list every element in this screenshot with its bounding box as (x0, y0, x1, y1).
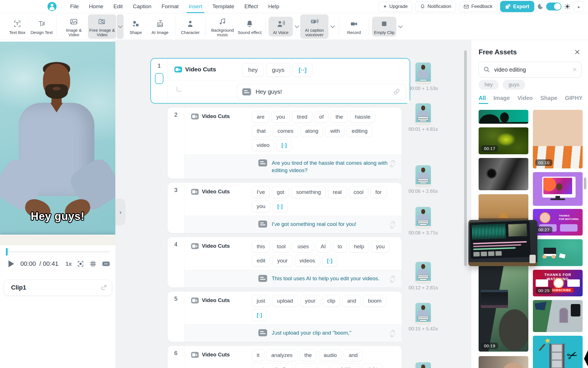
word-chip[interactable]: the (331, 111, 348, 123)
asset-tile-teal-workspace-illustration[interactable] (533, 239, 583, 266)
snapshot-icon[interactable] (77, 260, 84, 268)
asset-tile-silhouette-workstation[interactable] (479, 110, 528, 124)
thumbnail-image[interactable] (416, 362, 431, 368)
toolbar-item-text-box[interactable]: Text Box (5, 17, 29, 37)
word-chip[interactable]: with (325, 125, 345, 137)
menu-item-format[interactable]: Format (162, 0, 179, 13)
unlink-icon[interactable] (389, 221, 396, 228)
caption-text[interactable]: I've got something real cool for you! (272, 221, 356, 228)
word-chip[interactable]: hey (242, 63, 264, 77)
segment-thumbnail-7[interactable] (406, 362, 440, 368)
tab-shape[interactable]: Shape (540, 95, 557, 104)
assets-search-input[interactable] (494, 66, 572, 73)
word-chip[interactable]: editing (347, 125, 372, 137)
segment-card-4[interactable]: 4Video CutsthistoolusesAItohelpyouedityo… (167, 237, 402, 288)
toolbar-item-empty-clip[interactable]: Empty Clip (372, 17, 396, 37)
word-chip[interactable]: of (314, 111, 328, 123)
word-chip[interactable]: tool (272, 241, 291, 253)
caption-input[interactable]: Hey guys! (237, 84, 406, 100)
tab-giphy[interactable]: GIPHY (565, 95, 583, 104)
pause-chip[interactable]: [·] (276, 139, 291, 151)
chevron-down-icon[interactable] (397, 17, 404, 37)
playback-speed[interactable]: 1x (66, 261, 72, 267)
clip-card[interactable]: Clip1 (4, 280, 112, 296)
menu-item-help[interactable]: Help (268, 0, 279, 13)
word-chip[interactable]: just (252, 295, 270, 307)
pause-chip[interactable]: [·] (322, 255, 337, 267)
word-chip[interactable]: along (301, 125, 323, 137)
word-chip[interactable]: your (273, 255, 293, 267)
word-chip[interactable]: right (362, 363, 382, 368)
collapse-toolbar-button[interactable]: ▲ (573, 1, 584, 12)
word-chip[interactable]: clip (323, 295, 340, 307)
segment-caption-row[interactable]: I've got something real cool for you! (184, 216, 402, 233)
segment-thumbnail-4[interactable]: 00:08 + 3.71s (406, 207, 440, 236)
segment-card-5[interactable]: 5Video Cutsjustuploadyourclipandboom[·]J… (167, 291, 402, 342)
word-chip[interactable]: comes (273, 125, 298, 137)
thumbnail-image[interactable] (416, 303, 431, 324)
playhead[interactable] (6, 248, 8, 256)
caption-text[interactable]: Just upload your clip and "boom," (272, 329, 351, 337)
toolbar-item-free-image-video[interactable]: Free Image & Video (88, 14, 116, 39)
asset-tile-beach-towel[interactable]: 00:10 (533, 110, 583, 168)
asset-tile-tablet-hands[interactable] (479, 356, 528, 368)
thumbnail-image[interactable] (416, 63, 431, 84)
word-chip[interactable]: I've (252, 186, 270, 198)
word-chip[interactable]: real (328, 186, 347, 198)
word-chip[interactable]: audio (319, 349, 342, 361)
segment-checkbox[interactable] (155, 73, 163, 84)
word-chip[interactable]: videos (295, 255, 320, 267)
unlink-icon[interactable] (389, 275, 396, 283)
word-chip[interactable]: generates (295, 363, 329, 368)
notification-button[interactable]: Notification (415, 1, 456, 12)
word-chip[interactable]: the (300, 349, 317, 361)
assets-scrollbar[interactable] (584, 177, 586, 189)
asset-tile-greenscreen-studio[interactable] (533, 300, 583, 332)
assets-search-box[interactable] (479, 62, 581, 78)
asset-tile-camera-closeup[interactable] (479, 158, 528, 190)
video-preview[interactable]: Hey guys! (0, 42, 115, 245)
word-chip[interactable]: video (252, 139, 274, 151)
word-chip[interactable]: analyzes (267, 349, 297, 361)
segment-card-6[interactable]: 6Video Cutsitanalyzestheaudioandautomati… (167, 346, 402, 368)
word-chip[interactable]: AI (316, 241, 330, 253)
segment-thumbnail-1[interactable]: 00:00 + 1.53s (406, 63, 440, 91)
segment-caption-row[interactable]: Just upload your clip and "boom," (184, 324, 402, 342)
aspect-ratio-icon[interactable] (102, 260, 110, 268)
avatar[interactable] (47, 2, 57, 11)
menu-item-insert[interactable]: Insert (189, 0, 202, 13)
word-chip[interactable]: and (344, 349, 362, 361)
word-chip[interactable]: you (371, 241, 390, 253)
chevron-down-icon[interactable] (293, 17, 300, 37)
chevron-down-icon[interactable] (329, 14, 336, 39)
word-chip[interactable]: upload (272, 295, 298, 307)
menu-item-caption[interactable]: Caption (133, 0, 152, 13)
segment-thumbnail-2[interactable]: 00:01 + 4.81s (406, 103, 440, 132)
toolbar-item-record[interactable]: Record (342, 17, 366, 37)
word-chip[interactable]: this (252, 241, 270, 253)
word-chip[interactable]: and (342, 295, 361, 307)
asset-tile-thanks-watching-red[interactable]: THANKS FOR WATCHINGSUBSCRIBE00:25 (533, 270, 583, 296)
toolbar-item-ai-voice[interactable]: AI Voice (269, 17, 293, 37)
link-icon[interactable] (393, 88, 400, 95)
segment-thumbnail-6[interactable]: 00:15 + 5.42s (406, 303, 440, 332)
asset-tile-fractal-abstract[interactable]: 00:17 (479, 127, 528, 154)
progress-bar[interactable] (7, 251, 110, 252)
segment-thumbnail-3[interactable]: 00:06 + 2.65s (406, 165, 440, 194)
asset-tile-influencer-monitor[interactable] (533, 172, 583, 206)
menu-item-home[interactable]: Home (89, 0, 103, 13)
subscribe-button[interactable]: SUBSCRIBE (549, 288, 573, 292)
unlink-icon[interactable] (389, 329, 396, 337)
word-chip[interactable]: boom (363, 295, 386, 307)
word-chip[interactable]: hassle (350, 111, 375, 123)
word-chip[interactable]: edit (252, 255, 270, 267)
segment-caption-row[interactable]: This tool uses AI to help you edit your … (184, 270, 402, 287)
segment-card-1[interactable]: 1Video Cutsheyguys[··]Hey guys! (150, 58, 410, 104)
word-chip[interactable]: it (252, 349, 264, 361)
toolbar-item-character[interactable]: Character (178, 17, 202, 37)
toolbar-item-background-music[interactable]: Background music (208, 14, 237, 39)
segment-caption-row[interactable]: Are you tired of the hassle that comes a… (184, 155, 402, 179)
tab-video[interactable]: Video (517, 95, 533, 104)
grid-icon[interactable] (89, 260, 97, 268)
word-chip[interactable]: tired (292, 111, 312, 123)
